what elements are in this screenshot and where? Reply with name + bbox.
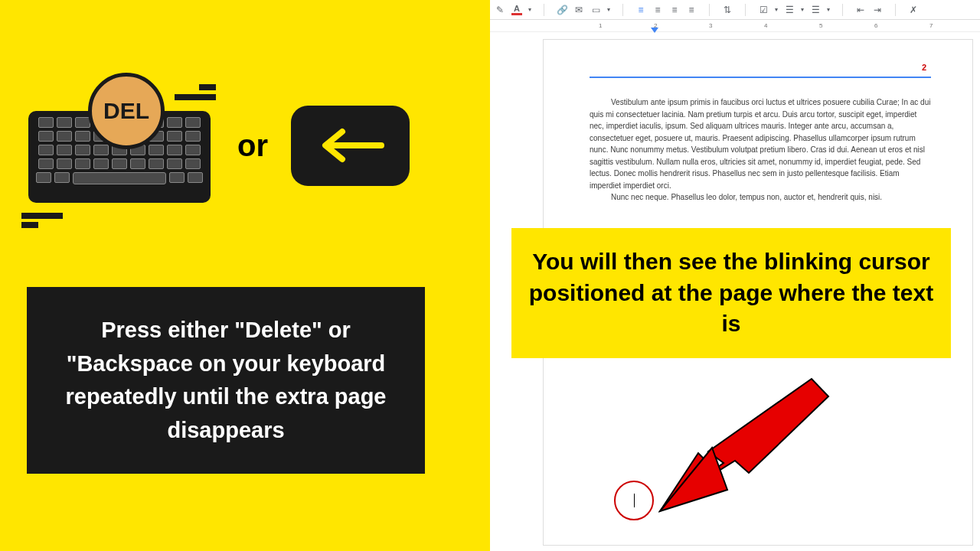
bullet-list-icon[interactable]: ☰: [784, 5, 795, 15]
page-number: 2: [922, 63, 926, 72]
text-cursor-icon: [634, 494, 635, 507]
align-justify-icon[interactable]: ≡: [686, 5, 697, 15]
cursor-highlight-circle: [614, 481, 654, 520]
document-body-text[interactable]: Vestibulum ante ipsum primis in faucibus…: [590, 96, 931, 204]
link-icon[interactable]: 🔗: [557, 5, 567, 15]
clear-formatting-icon[interactable]: ✗: [908, 5, 919, 15]
indent-decrease-icon[interactable]: ⇤: [855, 5, 866, 15]
ruler: 1 2 3 4 5 6 7: [490, 20, 980, 32]
align-center-icon[interactable]: ≡: [652, 5, 663, 15]
key-icons-row: DEL or: [23, 77, 410, 214]
del-badge-icon: DEL: [88, 73, 165, 149]
text-color-icon[interactable]: A: [511, 5, 522, 15]
align-left-icon[interactable]: ≡: [635, 5, 646, 15]
comment-icon[interactable]: ✉: [573, 5, 584, 15]
arrow-left-icon: [316, 122, 385, 168]
red-arrow-icon: [658, 375, 835, 513]
instruction-text: Press either "Delete" or "Backspace on y…: [27, 287, 425, 474]
ruler-indent-indicator[interactable]: [651, 28, 658, 33]
line-spacing-icon[interactable]: ⇅: [722, 5, 733, 15]
header-rule: [590, 77, 931, 78]
checklist-icon[interactable]: ☑: [758, 5, 769, 15]
backspace-key-icon: [291, 106, 410, 186]
callout-text: You will then see the blinking cursor po…: [511, 228, 951, 358]
align-right-icon[interactable]: ≡: [669, 5, 680, 15]
docs-toolbar: ✎ A ▾ 🔗 ✉ ▭ ▾ ≡ ≡ ≡ ≡ ⇅ ☑ ▾ ☰ ▾ ☰ ▾: [490, 0, 980, 20]
left-panel: DEL or Press either "Delete" or "Backspa…: [0, 0, 490, 551]
indent-increase-icon[interactable]: ⇥: [872, 5, 883, 15]
right-panel: ✎ A ▾ 🔗 ✉ ▭ ▾ ≡ ≡ ≡ ≡ ⇅ ☑ ▾ ☰ ▾ ☰ ▾: [490, 0, 980, 551]
numbered-list-icon[interactable]: ☰: [810, 5, 821, 15]
image-icon[interactable]: ▭: [590, 5, 601, 15]
or-label: or: [237, 129, 268, 163]
highlight-icon[interactable]: ✎: [495, 5, 505, 15]
keyboard-icon: DEL: [23, 77, 214, 214]
